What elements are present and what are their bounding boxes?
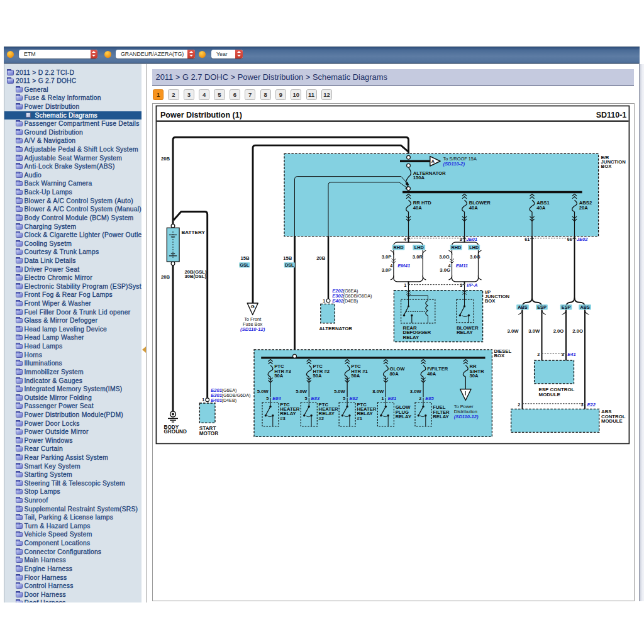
svg-text:40A: 40A — [536, 205, 546, 211]
svg-text:3.0G: 3.0G — [439, 254, 450, 260]
svg-text:E402: E402 — [332, 298, 344, 304]
svg-text:E84: E84 — [272, 396, 281, 401]
svg-text:3.0G: 3.0G — [470, 254, 480, 260]
svg-text:RHD: RHD — [451, 245, 461, 250]
svg-text:8.0W: 8.0W — [372, 389, 384, 394]
svg-text:150A: 150A — [413, 175, 425, 180]
svg-text:5: 5 — [266, 396, 269, 401]
svg-text:5.0W: 5.0W — [296, 389, 308, 394]
svg-text:LHD: LHD — [414, 245, 424, 250]
svg-text:50A: 50A — [351, 373, 360, 379]
svg-text:1: 1 — [202, 397, 204, 402]
svg-text:20B: 20B — [316, 255, 326, 261]
svg-text:ESP: ESP — [562, 304, 571, 310]
svg-text:66: 66 — [567, 236, 572, 242]
svg-text:61: 61 — [525, 236, 530, 242]
svg-text:2: 2 — [419, 396, 421, 401]
svg-text:5: 5 — [305, 396, 308, 401]
svg-text:20B: 20B — [161, 274, 170, 280]
svg-text:5.0W: 5.0W — [257, 389, 269, 394]
svg-text:3.0P: 3.0P — [382, 254, 392, 260]
svg-text:Power Distribution (1): Power Distribution (1) — [160, 111, 242, 119]
svg-text:20B: 20B — [161, 156, 170, 162]
svg-text:2: 2 — [518, 402, 520, 408]
svg-text:ABS: ABS — [518, 304, 528, 310]
svg-text:E82: E82 — [349, 396, 358, 401]
svg-text:50A: 50A — [313, 373, 323, 379]
svg-text:2.0O: 2.0O — [572, 328, 583, 334]
svg-text:RELAY: RELAY — [396, 414, 411, 419]
svg-text:ABS: ABS — [580, 304, 590, 310]
svg-text:BOX: BOX — [485, 298, 496, 304]
svg-text:1: 1 — [382, 396, 384, 401]
svg-text:3: 3 — [562, 352, 564, 357]
svg-text:5.0W: 5.0W — [334, 389, 346, 394]
svg-text:ESP: ESP — [537, 304, 547, 310]
svg-text:JE01: JE01 — [466, 236, 477, 242]
svg-text:E83: E83 — [311, 396, 320, 401]
svg-text:40A: 40A — [413, 205, 423, 211]
svg-text:EM11: EM11 — [456, 263, 468, 269]
svg-text:(D4EB): (D4EB) — [343, 298, 358, 304]
svg-text:2: 2 — [537, 352, 540, 357]
svg-text:RELAY: RELAY — [457, 330, 474, 335]
svg-text:BATTERY: BATTERY — [182, 230, 206, 235]
svg-text:(D4EB): (D4EB) — [222, 397, 237, 403]
svg-text:#3: #3 — [280, 416, 286, 421]
svg-text:JE02: JE02 — [577, 236, 589, 242]
svg-text:1: 1 — [404, 282, 406, 288]
svg-text:RHD: RHD — [394, 245, 404, 250]
svg-text:ALTERNATOR: ALTERNATOR — [319, 326, 353, 331]
svg-text:E401: E401 — [211, 397, 222, 403]
svg-text:#2: #2 — [319, 416, 325, 421]
svg-text:MOTOR: MOTOR — [199, 431, 218, 436]
svg-text:3.0P: 3.0P — [382, 267, 392, 273]
svg-text:RELAY: RELAY — [433, 414, 448, 419]
svg-text:E22: E22 — [587, 402, 596, 408]
svg-text:(SD110-2): (SD110-2) — [443, 161, 465, 167]
svg-text:15B: 15B — [240, 255, 250, 261]
svg-text:3.0W: 3.0W — [410, 389, 422, 394]
svg-text:30B(DSL): 30B(DSL) — [185, 274, 207, 279]
svg-text:BOX: BOX — [601, 164, 613, 169]
svg-text:GSL: GSL — [240, 262, 250, 268]
svg-text:(SD110-12): (SD110-12) — [454, 414, 479, 419]
svg-text:G: G — [251, 304, 255, 309]
svg-text:20A: 20A — [579, 205, 589, 211]
svg-text:50A: 50A — [274, 373, 284, 379]
svg-text:15B: 15B — [283, 255, 292, 261]
svg-text:DSL: DSL — [285, 262, 294, 268]
svg-text:GROUND: GROUND — [164, 429, 187, 435]
svg-text:3: 3 — [581, 402, 584, 408]
svg-text:MODULE: MODULE — [601, 418, 623, 424]
svg-text:1: 1 — [323, 298, 325, 304]
svg-text:A: A — [431, 158, 435, 164]
svg-text:3: 3 — [460, 282, 462, 288]
svg-text:5: 5 — [343, 396, 345, 401]
svg-text:E41: E41 — [567, 352, 576, 357]
svg-text:RELAY: RELAY — [403, 335, 420, 340]
svg-text:40A: 40A — [427, 371, 436, 377]
svg-text:3.0W: 3.0W — [528, 328, 540, 334]
svg-text:EM41: EM41 — [397, 263, 410, 269]
svg-text:I/P-A: I/P-A — [467, 282, 477, 288]
svg-text:LHD: LHD — [469, 245, 479, 250]
svg-text:4: 4 — [404, 236, 406, 242]
svg-text:E81: E81 — [388, 396, 397, 401]
svg-text:40A: 40A — [469, 205, 479, 211]
svg-text:3.0W: 3.0W — [508, 328, 519, 334]
svg-text:(SD110-12): (SD110-12) — [240, 326, 265, 332]
svg-text:80A: 80A — [390, 371, 399, 377]
svg-text:3: 3 — [460, 236, 462, 242]
svg-text:3.0G: 3.0G — [440, 267, 450, 273]
svg-text:#1: #1 — [357, 416, 362, 421]
svg-text:MODULE: MODULE — [539, 392, 560, 397]
svg-text:BOX: BOX — [494, 353, 505, 358]
svg-text:30A: 30A — [470, 373, 479, 379]
svg-text:2.0O: 2.0O — [553, 328, 564, 334]
svg-text:3.0R: 3.0R — [413, 254, 423, 260]
svg-text:SD110-1: SD110-1 — [596, 111, 627, 119]
svg-text:E85: E85 — [425, 396, 434, 401]
